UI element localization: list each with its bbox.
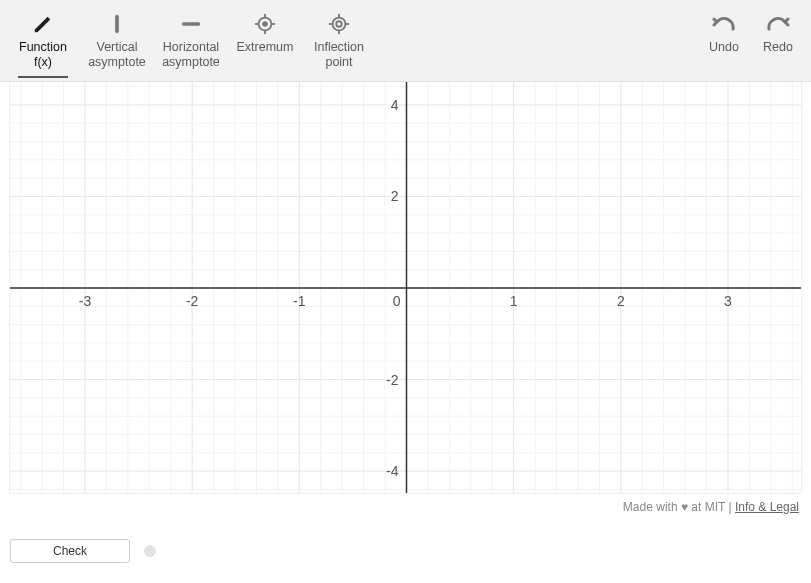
footer: Made with ♥ at MIT | Info & Legal xyxy=(0,500,799,514)
svg-text:0: 0 xyxy=(393,293,401,309)
tool-group-history: Undo Redo xyxy=(697,8,805,61)
svg-text:2: 2 xyxy=(617,293,625,309)
svg-point-3 xyxy=(262,21,268,27)
svg-point-9 xyxy=(336,21,342,27)
pencil-icon xyxy=(32,12,54,36)
svg-rect-1 xyxy=(182,22,200,26)
svg-text:-2: -2 xyxy=(386,372,399,388)
undo-label: Undo xyxy=(709,40,739,55)
svg-text:-2: -2 xyxy=(186,293,199,309)
tool-extremum-label: Extremum xyxy=(237,40,294,55)
svg-text:1: 1 xyxy=(510,293,518,309)
svg-text:-4: -4 xyxy=(386,463,399,479)
toolbar: Functionf(x) Verticalasymptote Horizonta… xyxy=(0,0,811,82)
tool-extremum[interactable]: Extremum xyxy=(228,8,302,76)
grid-svg: -3-2-10123-4-224 xyxy=(10,82,802,494)
status-indicator xyxy=(144,545,156,557)
tool-group-drawing: Functionf(x) Verticalasymptote Horizonta… xyxy=(6,8,376,76)
footer-sep: | xyxy=(725,500,735,514)
vertical-line-icon xyxy=(106,12,128,36)
svg-rect-0 xyxy=(115,15,119,33)
redo-button[interactable]: Redo xyxy=(751,8,805,61)
svg-point-8 xyxy=(333,18,346,31)
bottom-bar: Check xyxy=(10,539,156,563)
tool-inflection-label: Inflectionpoint xyxy=(314,40,364,70)
undo-icon xyxy=(712,12,736,36)
tool-function[interactable]: Functionf(x) xyxy=(6,8,80,76)
coordinate-plane[interactable]: -3-2-10123-4-224 xyxy=(9,82,802,494)
tool-hasymptote-label: Horizontalasymptote xyxy=(162,40,220,70)
tool-horizontal-asymptote[interactable]: Horizontalasymptote xyxy=(154,8,228,76)
horizontal-line-icon xyxy=(180,12,202,36)
tool-vertical-asymptote[interactable]: Verticalasymptote xyxy=(80,8,154,76)
svg-text:4: 4 xyxy=(391,97,399,113)
app-root: Functionf(x) Verticalasymptote Horizonta… xyxy=(0,0,811,583)
footer-made-with: Made with ♥ at MIT xyxy=(623,500,725,514)
svg-text:-3: -3 xyxy=(79,293,92,309)
check-button[interactable]: Check xyxy=(10,539,130,563)
redo-label: Redo xyxy=(763,40,793,55)
tool-vasymptote-label: Verticalasymptote xyxy=(88,40,146,70)
tool-function-label: Functionf(x) xyxy=(19,40,67,70)
svg-text:-1: -1 xyxy=(293,293,306,309)
undo-button[interactable]: Undo xyxy=(697,8,751,61)
target-filled-icon xyxy=(254,12,276,36)
svg-text:3: 3 xyxy=(724,293,732,309)
svg-text:2: 2 xyxy=(391,188,399,204)
tool-inflection-point[interactable]: Inflectionpoint xyxy=(302,8,376,76)
footer-info-legal-link[interactable]: Info & Legal xyxy=(735,500,799,514)
redo-icon xyxy=(766,12,790,36)
target-hollow-icon xyxy=(328,12,350,36)
